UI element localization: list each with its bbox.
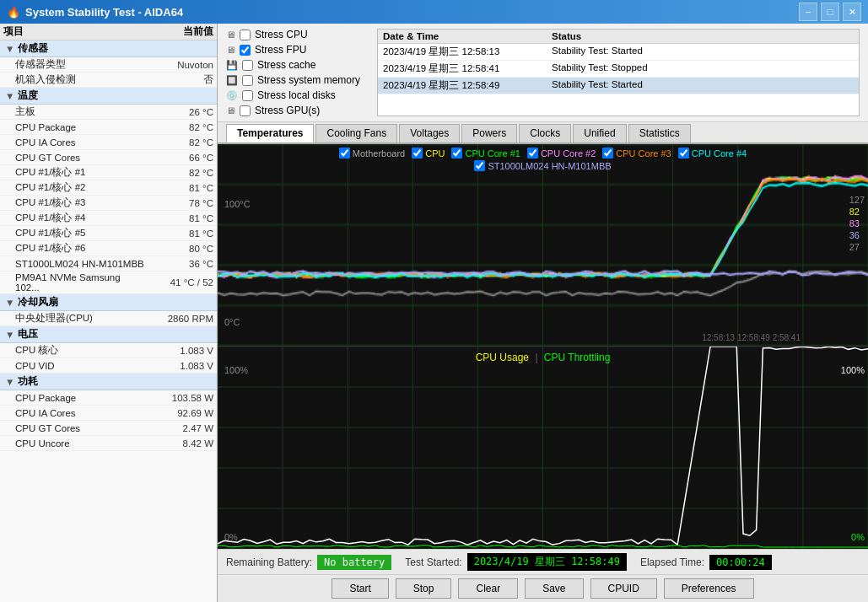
stress-cache-item[interactable]: 💾 Stress cache (226, 59, 360, 71)
cpu-right-100: 100% (841, 365, 865, 375)
section-temperature-label: 温度 (18, 89, 38, 102)
start-button[interactable]: Start (332, 578, 388, 599)
legend-core2[interactable]: CPU Core #2 (527, 148, 596, 159)
legend-core4[interactable]: CPU Core #4 (678, 148, 747, 159)
legend-core2-label: CPU Core #2 (541, 148, 596, 159)
test-started-status: Test Started: 2023/4/19 星期三 12:58:49 (405, 553, 627, 571)
mem-icon: 🔲 (226, 75, 238, 86)
tab-clocks[interactable]: Clocks (519, 124, 571, 142)
minimize-button[interactable]: − (799, 3, 817, 21)
test-started-value: 2023/4/19 星期三 12:58:49 (467, 553, 627, 571)
stress-cpu-label[interactable]: Stress CPU (255, 29, 308, 40)
section-voltage: ▼ 电压 (0, 326, 217, 343)
legend-cpu[interactable]: CPU (412, 148, 445, 159)
temp-chart-container: Motherboard CPU CPU Core #1 CPU Cor (218, 144, 868, 347)
charts-area: Motherboard CPU CPU Core #1 CPU Cor (218, 144, 868, 549)
stress-fpu-item[interactable]: 🖥 Stress FPU (226, 44, 360, 56)
section-power-label: 功耗 (18, 375, 38, 388)
stress-mem-label[interactable]: Stress system memory (257, 74, 360, 86)
legend-core1-label: CPU Core #1 (465, 148, 520, 159)
preferences-button[interactable]: Preferences (664, 578, 754, 599)
legend-core4-checkbox[interactable] (678, 148, 689, 159)
legend-hdd-checkbox[interactable] (474, 160, 485, 171)
sensors-icon: ▼ (5, 44, 14, 54)
stress-gpu-item[interactable]: 🖥 Stress GPU(s) (226, 105, 360, 116)
tab-statistics[interactable]: Statistics (628, 124, 691, 142)
stress-mem-checkbox[interactable] (242, 75, 253, 86)
stress-cpu-checkbox[interactable] (240, 30, 251, 40)
stress-gpu-label[interactable]: Stress GPU(s) (255, 105, 320, 116)
power-cpu-ia-value: 92.69 W (146, 408, 213, 418)
power-cpu-gt-value: 2.47 W (146, 423, 213, 433)
val-36: 36 (849, 230, 865, 240)
stop-button[interactable]: Stop (396, 578, 452, 599)
stress-gpu-checkbox[interactable] (240, 105, 251, 116)
legend-cpu-checkbox[interactable] (412, 148, 423, 159)
stress-local-checkbox[interactable] (242, 90, 253, 101)
stress-cache-label[interactable]: Stress cache (257, 59, 315, 71)
elapsed-status: Elapsed Time: 00:00:24 (640, 555, 772, 570)
cpu-y-100: 100% (224, 365, 248, 375)
cpuid-button[interactable]: CPUID (590, 578, 657, 599)
maximize-button[interactable]: □ (821, 3, 839, 21)
cpu-throttle-label: CPU Throttling (544, 352, 610, 363)
log-row-3[interactable]: 2023/4/19 星期三 12:58:49 Stability Test: S… (378, 78, 859, 94)
volt-cpu-core-value: 1.083 V (146, 346, 213, 356)
stress-cache-checkbox[interactable] (242, 60, 253, 71)
elapsed-label: Elapsed Time: (640, 556, 704, 568)
log-col-status-header: Status (552, 31, 854, 41)
cpu-icon: 🖥 (226, 30, 235, 40)
power-icon: ▼ (5, 377, 14, 387)
chassis-intrusion-item: 机箱入侵检测 否 (0, 73, 217, 88)
tab-powers[interactable]: Powers (461, 124, 517, 142)
clear-button[interactable]: Clear (458, 578, 518, 599)
power-cpu-ia: CPU IA Cores 92.69 W (0, 406, 217, 421)
temp-nvme: PM9A1 NVMe Samsung 102... 41 °C / 52 (0, 271, 217, 294)
power-cpu-package-value: 103.58 W (146, 393, 213, 403)
tab-temperatures[interactable]: Temperatures (226, 124, 314, 142)
power-cpu-uncore-label: CPU Uncore (15, 438, 146, 449)
log-col-date-header: Date & Time (383, 31, 552, 41)
legend-core1[interactable]: CPU Core #1 (451, 148, 520, 159)
tab-cooling-fans[interactable]: Cooling Fans (315, 124, 397, 142)
temp-cpu-ia-cores-label: CPU IA Cores (15, 137, 146, 148)
tab-unified[interactable]: Unified (573, 124, 626, 142)
chassis-intrusion-label: 机箱入侵检测 (15, 73, 146, 86)
log-row-2[interactable]: 2023/4/19 星期三 12:58:41 Stability Test: S… (378, 61, 859, 78)
power-cpu-gt: CPU GT Cores 2.47 W (0, 421, 217, 436)
temp-cpu-core6: CPU #1/核心 #6 80 °C (0, 241, 217, 256)
save-button[interactable]: Save (525, 578, 583, 599)
legend-motherboard[interactable]: Motherboard (339, 148, 405, 159)
temp-hdd-label: ST1000LM024 HN-M101MBB (15, 259, 146, 269)
cpu-sep: | (535, 352, 537, 363)
temp-cpu-core5-label: CPU #1/核心 #5 (15, 227, 146, 239)
log-table: Date & Time Status 2023/4/19 星期三 12:58:1… (377, 29, 860, 116)
legend-core1-checkbox[interactable] (451, 148, 462, 159)
legend-core2-checkbox[interactable] (527, 148, 538, 159)
stress-fpu-label[interactable]: Stress FPU (255, 44, 306, 56)
log-row3-status: Stability Test: Started (552, 79, 854, 92)
power-cpu-uncore: CPU Uncore 8.42 W (0, 436, 217, 451)
log-row2-date: 2023/4/19 星期三 12:58:41 (383, 62, 552, 75)
stress-local-item[interactable]: 💿 Stress local disks (226, 89, 360, 101)
power-cpu-uncore-value: 8.42 W (146, 438, 213, 449)
log-row2-status: Stability Test: Stopped (552, 62, 854, 75)
stress-cpu-item[interactable]: 🖥 Stress CPU (226, 29, 360, 40)
stress-mem-item[interactable]: 🔲 Stress system memory (226, 74, 360, 86)
stress-local-label[interactable]: Stress local disks (257, 89, 336, 101)
legend-core3[interactable]: CPU Core #3 (602, 148, 671, 159)
log-row3-date: 2023/4/19 星期三 12:58:49 (383, 79, 552, 92)
temp-cpu-core3-label: CPU #1/核心 #3 (15, 196, 146, 209)
legend-core3-checkbox[interactable] (602, 148, 613, 159)
legend-mb-label: Motherboard (353, 148, 405, 159)
tab-voltages[interactable]: Voltages (399, 124, 460, 142)
legend-mb-checkbox[interactable] (339, 148, 350, 159)
title-bar: 🔥 System Stability Test - AIDA64 − □ ✕ (0, 0, 868, 24)
temp-cpu-core4-value: 81 °C (146, 213, 213, 223)
app-icon: 🔥 (7, 6, 20, 19)
stress-fpu-checkbox[interactable] (240, 45, 251, 56)
log-row-1[interactable]: 2023/4/19 星期三 12:58:13 Stability Test: S… (378, 44, 859, 61)
temp-cpu-package-label: CPU Package (15, 122, 146, 132)
close-button[interactable]: ✕ (843, 3, 861, 21)
log-header: Date & Time Status (378, 30, 859, 44)
